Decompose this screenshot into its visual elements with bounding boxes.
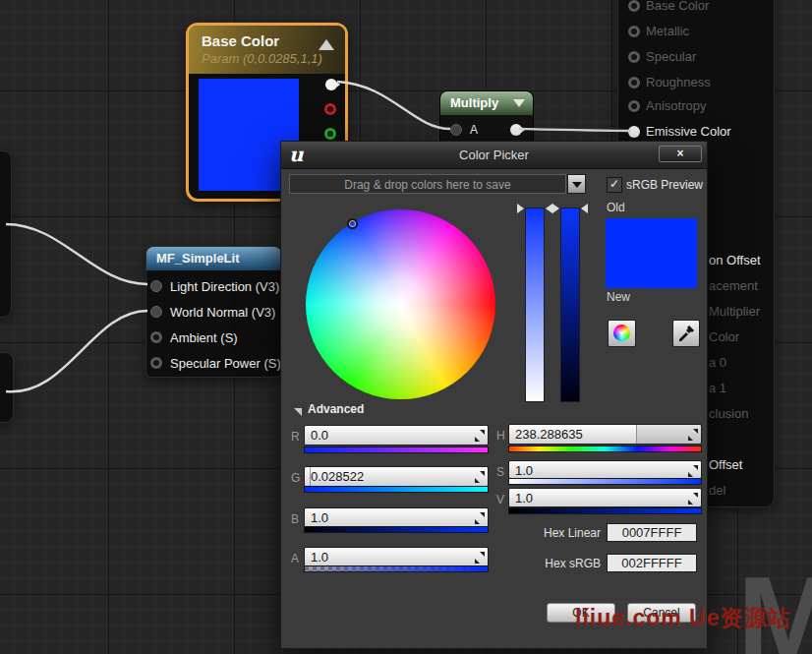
b-value: 1.0 — [311, 510, 328, 525]
saturation-slider-handle-right[interactable] — [546, 204, 552, 213]
node-title: MF_SimpleLit — [156, 251, 240, 266]
pin-base-color[interactable] — [628, 0, 640, 12]
spinbox-drag-icon — [688, 429, 698, 441]
color-themes-button[interactable] — [608, 320, 636, 347]
pin-metallic[interactable] — [628, 26, 640, 37]
a-value: 1.0 — [311, 550, 328, 565]
value-slider-handle-left[interactable] — [552, 204, 559, 213]
h-value-input[interactable]: 238.288635 — [508, 424, 702, 445]
s-value-input[interactable]: 1.0 — [508, 460, 702, 479]
dropzone-dropdown-button[interactable] — [567, 174, 586, 194]
pin-label-partial: Multiplier — [709, 304, 760, 319]
value-slider[interactable] — [560, 208, 580, 402]
g-value-input[interactable]: 0.028522 — [304, 466, 489, 487]
hex-linear-input[interactable]: 0007FFFF — [607, 523, 697, 542]
eyedropper-button[interactable] — [672, 320, 700, 347]
output-pin-rgb[interactable] — [325, 79, 337, 90]
hex-linear-label: Hex Linear — [478, 526, 601, 540]
wire-left-to-worldnormal — [6, 311, 147, 391]
srgb-preview-checkbox[interactable]: ✓ — [607, 177, 622, 193]
dialog-titlebar[interactable]: u Color Picker × — [281, 142, 707, 169]
input-pin-light-direction[interactable] — [150, 280, 162, 292]
chevron-down-icon[interactable] — [513, 99, 525, 107]
spinbox-drag-icon — [688, 465, 698, 477]
b-value-input[interactable]: 1.0 — [304, 507, 489, 528]
color-dropzone[interactable]: Drag & drop colors here to save — [289, 174, 566, 194]
spinbox-drag-icon — [475, 430, 485, 442]
node-mf-simplelit[interactable]: MF_SimpleLit Light Direction (V3) World … — [145, 246, 282, 378]
node-subtitle: Param (0,0.0285,1,1) — [202, 51, 322, 66]
s-gradient-strip[interactable] — [508, 478, 702, 485]
hex-srgb-label: Hex sRGB — [478, 557, 601, 570]
pin-label-emissive-color: Emissive Color — [646, 124, 731, 139]
pin-label-partial: a 0 — [709, 355, 726, 370]
new-color-label: New — [607, 290, 630, 304]
r-value-input[interactable]: 0.0 — [304, 425, 489, 446]
a-axis-label: A — [291, 552, 299, 565]
spinbox-drag-icon — [688, 493, 698, 505]
input-pin-a[interactable] — [450, 124, 462, 136]
wire-left-to-lightdirection — [6, 224, 147, 284]
a-value-input[interactable]: 1.0 — [304, 547, 489, 567]
pin-label-light-direction: Light Direction (V3) — [170, 279, 279, 294]
advanced-label[interactable]: Advanced — [308, 402, 364, 416]
pin-roughness[interactable] — [628, 77, 640, 89]
g-gradient-strip[interactable] — [304, 486, 489, 493]
pin-label-world-normal: World Normal (V3) — [170, 305, 275, 320]
h-value: 238.288635 — [515, 427, 583, 442]
color-wheel[interactable] — [306, 209, 495, 399]
advanced-expander-icon[interactable] — [294, 408, 302, 416]
pin-label-partial: Offset — [709, 457, 742, 472]
input-pin-ambient[interactable] — [150, 331, 162, 343]
pin-label-base-color: Base Color — [646, 0, 709, 13]
offscreen-node-fragment-bottom[interactable] — [0, 352, 14, 423]
pin-label-roughness: Roughness — [646, 75, 711, 89]
material-graph-canvas[interactable]: M Base Color Param (0,0.0285,1,1) Multip… — [0, 0, 812, 654]
pin-label-anisotropy: Anisotropy — [646, 98, 706, 113]
old-new-swatch[interactable] — [606, 218, 697, 288]
base-color-node-header[interactable]: Base Color Param (0,0.0285,1,1) — [189, 26, 345, 74]
saturation-slider[interactable] — [525, 208, 545, 402]
new-color-swatch[interactable] — [606, 254, 697, 289]
wire-multiply-to-emissive — [519, 129, 631, 131]
color-wheel-selector[interactable] — [347, 218, 358, 229]
pin-label-specular: Specular — [646, 49, 696, 64]
a-gradient-strip[interactable] — [304, 565, 489, 572]
output-pin-r[interactable] — [324, 103, 336, 115]
r-axis-label: R — [291, 430, 300, 444]
h-gradient-strip[interactable] — [508, 446, 702, 452]
pin-label-metallic: Metallic — [646, 24, 689, 38]
mf-node-header[interactable]: MF_SimpleLit — [146, 247, 281, 270]
collapse-arrow-icon[interactable] — [319, 39, 334, 50]
pin-anisotropy[interactable] — [628, 100, 640, 112]
pin-label-partial: on Offset — [709, 253, 761, 268]
multiply-node-header[interactable]: Multiply — [440, 91, 533, 115]
value-slider-handle-right[interactable] — [581, 204, 588, 213]
b-gradient-strip[interactable] — [304, 526, 489, 533]
spinbox-drag-icon — [475, 471, 485, 483]
pin-label-ambient: Ambient (S) — [170, 330, 238, 345]
s-value: 1.0 — [515, 463, 533, 478]
v-axis-label: V — [496, 493, 504, 506]
pin-emissive-color[interactable] — [628, 126, 640, 138]
old-color-label: Old — [607, 201, 625, 214]
output-pin-g[interactable] — [324, 128, 336, 140]
pin-specular[interactable] — [628, 51, 640, 63]
hex-srgb-input[interactable]: 002FFFFF — [607, 554, 697, 572]
input-pin-specular-power[interactable] — [150, 357, 162, 369]
offscreen-node-fragment-top[interactable] — [0, 150, 12, 318]
pin-label-partial: del — [709, 483, 725, 498]
saturation-slider-handle-left[interactable] — [517, 204, 524, 213]
pin-label-specular-power: Specular Power (S) — [170, 356, 281, 371]
r-gradient-strip[interactable] — [304, 446, 489, 453]
input-pin-world-normal[interactable] — [150, 306, 162, 318]
output-pin[interactable] — [510, 124, 522, 136]
old-color-swatch[interactable] — [606, 218, 697, 254]
pin-label-partial: Color — [709, 329, 739, 344]
srgb-preview-label: sRGB Preview — [626, 178, 703, 192]
v-gradient-strip[interactable] — [508, 507, 702, 514]
close-button[interactable]: × — [659, 146, 702, 162]
node-title: Multiply — [450, 95, 498, 110]
v-value-input[interactable]: 1.0 — [508, 488, 702, 507]
g-axis-label: G — [291, 471, 300, 485]
